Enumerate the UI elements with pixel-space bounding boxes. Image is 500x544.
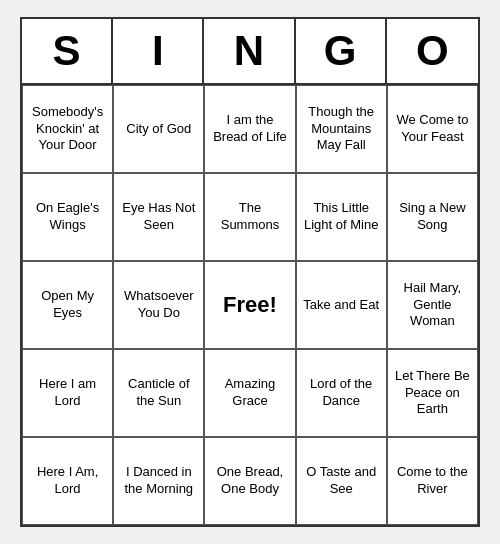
- bingo-cell-2[interactable]: I am the Bread of Life: [204, 85, 295, 173]
- bingo-cell-22[interactable]: One Bread, One Body: [204, 437, 295, 525]
- bingo-cell-6[interactable]: Eye Has Not Seen: [113, 173, 204, 261]
- bingo-cell-7[interactable]: The Summons: [204, 173, 295, 261]
- bingo-cell-14[interactable]: Hail Mary, Gentle Woman: [387, 261, 478, 349]
- bingo-cell-5[interactable]: On Eagle's Wings: [22, 173, 113, 261]
- bingo-header: SINGO: [22, 19, 478, 85]
- header-letter-o: O: [387, 19, 478, 83]
- bingo-cell-8[interactable]: This Little Light of Mine: [296, 173, 387, 261]
- bingo-cell-9[interactable]: Sing a New Song: [387, 173, 478, 261]
- header-letter-s: S: [22, 19, 113, 83]
- bingo-cell-12[interactable]: Free!: [204, 261, 295, 349]
- bingo-cell-16[interactable]: Canticle of the Sun: [113, 349, 204, 437]
- bingo-cell-19[interactable]: Let There Be Peace on Earth: [387, 349, 478, 437]
- bingo-cell-23[interactable]: O Taste and See: [296, 437, 387, 525]
- bingo-cell-15[interactable]: Here I am Lord: [22, 349, 113, 437]
- bingo-cell-4[interactable]: We Come to Your Feast: [387, 85, 478, 173]
- bingo-cell-20[interactable]: Here I Am, Lord: [22, 437, 113, 525]
- bingo-cell-13[interactable]: Take and Eat: [296, 261, 387, 349]
- bingo-grid: Somebody's Knockin' at Your DoorCity of …: [22, 85, 478, 525]
- bingo-cell-17[interactable]: Amazing Grace: [204, 349, 295, 437]
- bingo-cell-11[interactable]: Whatsoever You Do: [113, 261, 204, 349]
- bingo-cell-10[interactable]: Open My Eyes: [22, 261, 113, 349]
- bingo-cell-3[interactable]: Though the Mountains May Fall: [296, 85, 387, 173]
- bingo-cell-21[interactable]: I Danced in the Morning: [113, 437, 204, 525]
- bingo-cell-18[interactable]: Lord of the Dance: [296, 349, 387, 437]
- header-letter-g: G: [296, 19, 387, 83]
- header-letter-n: N: [204, 19, 295, 83]
- bingo-cell-1[interactable]: City of God: [113, 85, 204, 173]
- header-letter-i: I: [113, 19, 204, 83]
- bingo-card: SINGO Somebody's Knockin' at Your DoorCi…: [20, 17, 480, 527]
- bingo-cell-0[interactable]: Somebody's Knockin' at Your Door: [22, 85, 113, 173]
- bingo-cell-24[interactable]: Come to the River: [387, 437, 478, 525]
